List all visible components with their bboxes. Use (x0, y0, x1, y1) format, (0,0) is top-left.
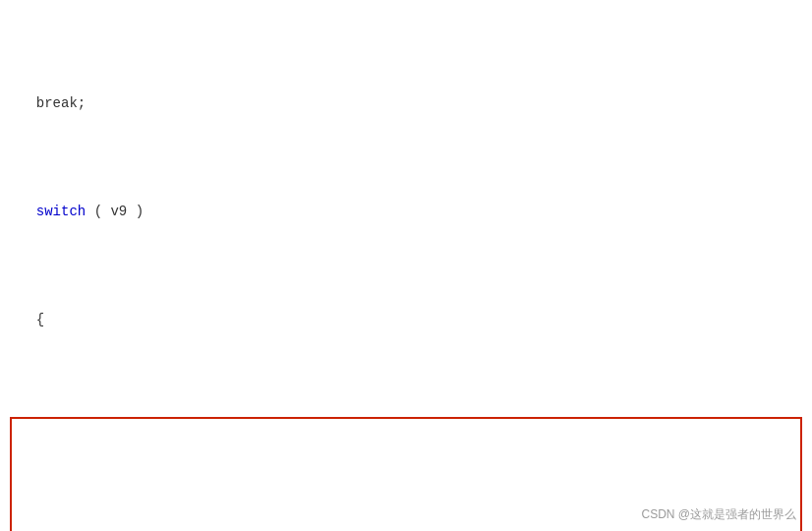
watermark-text: CSDN @这就是强者的世界么 (641, 507, 796, 521)
watermark: CSDN @这就是强者的世界么 (641, 506, 796, 523)
code-line: break; (0, 92, 812, 114)
code-line: { (0, 309, 812, 330)
code-container: break; switch ( v9 ) { case 0xB732FD38: … (0, 0, 812, 531)
code-block: break; switch ( v9 ) { case 0xB732FD38: … (0, 0, 812, 531)
code-line: switch ( v9 ) (0, 201, 812, 222)
